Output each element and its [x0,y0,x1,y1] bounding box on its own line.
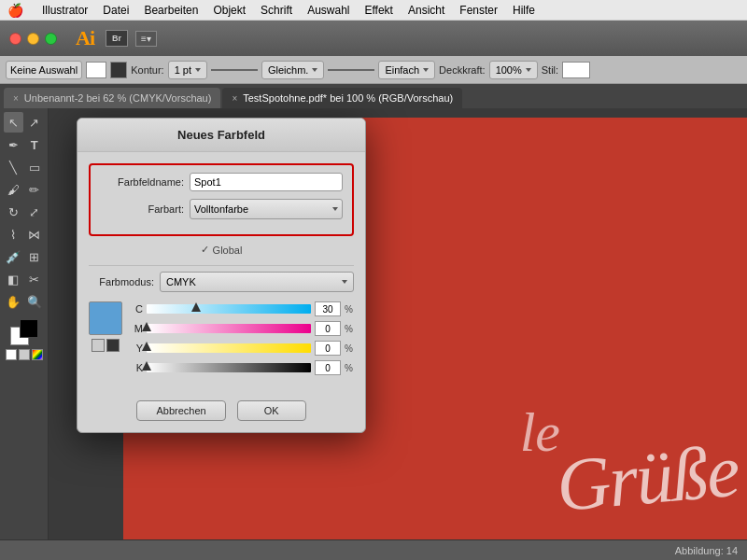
apple-menu[interactable]: 🍎 [7,3,23,18]
k-slider-row: K 0 % [130,360,354,375]
stroke-line2 [328,69,374,71]
opacity-dropdown[interactable]: 100% [489,61,538,79]
name-input[interactable] [190,173,343,191]
fill-color-icon[interactable] [6,349,17,360]
type-select[interactable]: Volltonfarbe [190,199,343,219]
c-slider-row: C 30 % [130,301,354,316]
pencil-icon[interactable]: ✏ [25,179,45,200]
menu-hilfe[interactable]: Hilfe [513,4,535,17]
cancel-button[interactable]: Abbrechen [136,400,225,421]
highlight-box: Farbfeldname: Farbart: Volltonfarbe [89,163,354,236]
color-icons [89,339,122,352]
c-slider-thumb[interactable] [191,302,201,312]
k-slider-track[interactable] [147,362,311,373]
zoom-icon[interactable]: 🔍 [25,291,45,312]
m-slider-track[interactable] [147,323,311,334]
paintbrush-icon[interactable]: 🖌 [4,179,23,200]
statusbar-text: Abbildung: 14 [675,545,738,556]
toolbar: Keine Auswahl Kontur: 1 pt Gleichm. Einf… [0,56,747,84]
k-slider-thumb[interactable] [142,361,151,371]
statusbar: Abbildung: 14 [0,539,747,560]
c-value[interactable]: 30 [315,301,341,316]
fill-swatch[interactable] [86,62,106,78]
select-tool-icon[interactable]: ↖ [4,112,23,133]
menu-objekt[interactable]: Objekt [213,4,246,17]
stroke-swatch[interactable] [110,62,127,78]
y-value[interactable]: 0 [315,341,341,356]
ok-button[interactable]: OK [237,400,306,421]
m-pct: % [345,324,354,334]
tab-label: Unbenannt-2 bei 62 % (CMYK/Vorschau) [24,92,212,104]
menu-schrift[interactable]: Schrift [261,4,292,17]
direct-select-icon[interactable]: ↗ [25,112,45,133]
minimize-button[interactable] [27,33,39,45]
stroke-style-dropdown[interactable]: Gleichm. [261,61,324,79]
menu-auswahl[interactable]: Auswahl [307,4,349,17]
maximize-button[interactable] [45,33,57,45]
style-label: Stil: [542,64,558,76]
tab-label: TestSpotohne.pdf* bei 100 % (RGB/Vorscha… [243,92,453,104]
sliders-area: C 30 % M [130,301,354,380]
selection-label: Keine Auswahl [6,61,82,79]
kontur-label: Kontur: [131,64,163,76]
tab-testspot[interactable]: × TestSpotohne.pdf* bei 100 % (RGB/Vorsc… [222,88,462,108]
dialog-body: Farbfeldname: Farbart: Volltonfarbe [78,152,365,391]
type-tool-icon[interactable]: T [25,134,45,155]
layout-icon[interactable]: ≡▾ [135,31,157,47]
canvas-area: le Grüße Neues Farbfeld Farbfeldname: Fa… [49,108,747,539]
dialog-overlay: Neues Farbfeld Farbfeldname: Farbart: Vo… [49,108,747,539]
scissors-icon[interactable]: ✂ [25,269,45,289]
menu-bearbeiten[interactable]: Bearbeiten [144,4,198,17]
color-preview [89,301,122,380]
gradient-color-icon[interactable] [32,349,43,360]
global-checkbox[interactable] [201,244,209,256]
m-label: M [130,323,143,334]
c-slider-track[interactable] [147,303,311,315]
close-button[interactable] [9,33,21,45]
stroke-line [211,69,258,71]
color-section: C 30 % M [89,301,354,380]
m-slider-row: M 0 % [130,321,354,336]
rect-tool-icon[interactable]: ▭ [25,157,45,177]
stroke-style2-dropdown[interactable]: Einfach [378,61,435,79]
traffic-lights [9,33,57,45]
warp-icon[interactable]: ⌇ [4,224,23,245]
k-value[interactable]: 0 [315,360,341,375]
menu-effekt[interactable]: Effekt [364,4,392,17]
menu-fenster[interactable]: Fenster [459,4,498,17]
gradient-icon[interactable]: ◧ [4,269,23,289]
rotate-icon[interactable]: ↻ [4,202,23,222]
color-icon-2[interactable] [106,339,120,352]
dropdown-arrow-icon [332,207,338,211]
tab-close-icon[interactable]: × [13,93,19,104]
mode-row: Farbmodus: CMYK [89,272,354,292]
y-slider-track[interactable] [147,343,311,354]
m-slider-thumb[interactable] [142,322,151,331]
mode-select[interactable]: CMYK [160,272,354,292]
m-value[interactable]: 0 [315,321,341,336]
mesh-icon[interactable]: ⊞ [25,246,45,267]
color-icon-1[interactable] [92,339,105,352]
k-pct: % [345,363,354,373]
blend-icon[interactable]: ⋈ [25,224,45,245]
hand-icon[interactable]: ✋ [4,291,23,312]
menu-ansicht[interactable]: Ansicht [408,4,444,17]
stroke-color-icon[interactable] [19,349,30,360]
line-tool-icon[interactable]: ╲ [4,157,23,177]
ai-logo: Ai [76,26,94,50]
menu-illustrator[interactable]: Illustrator [42,4,88,17]
tab-close-icon[interactable]: × [232,93,237,104]
pen-tool-icon[interactable]: ✒ [4,134,23,155]
tabs-bar: × Unbenannt-2 bei 62 % (CMYK/Vorschau) ×… [0,84,747,108]
tab-unbenannt[interactable]: × Unbenannt-2 bei 62 % (CMYK/Vorschau) [4,88,220,108]
menu-datei[interactable]: Datei [103,4,129,17]
eyedropper-icon[interactable]: 💉 [4,246,23,267]
dialog-buttons: Abbrechen OK [78,391,365,432]
style-swatch[interactable] [562,62,590,78]
bridge-icon[interactable]: Br [106,30,128,47]
y-slider-thumb[interactable] [142,342,151,351]
scale-icon[interactable]: ⤢ [25,202,45,222]
color-swatch [89,301,122,335]
global-label: Global [213,245,243,256]
kontur-value[interactable]: 1 pt [168,61,207,79]
